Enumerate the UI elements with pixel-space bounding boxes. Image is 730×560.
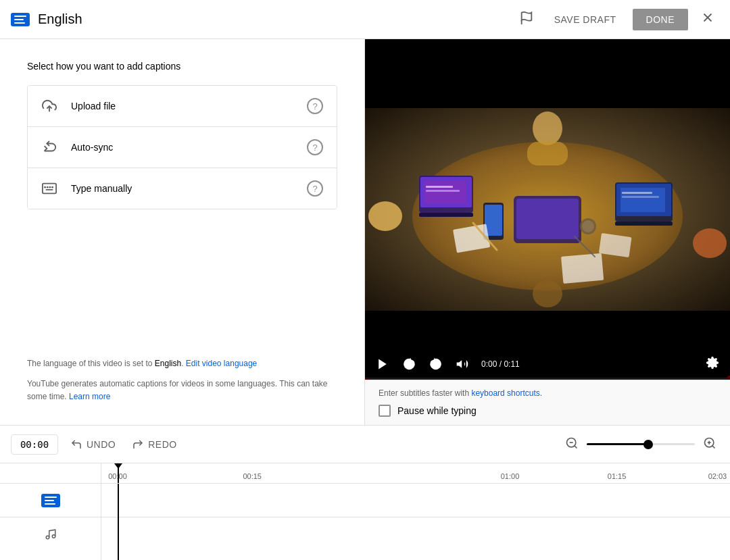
playhead-triangle xyxy=(114,463,122,469)
type-manually-option[interactable]: Type manually ? xyxy=(28,168,337,209)
pause-typing-row: Pause while typing xyxy=(379,405,716,417)
left-panel: Select how you want to add captions Uplo… xyxy=(0,39,365,425)
svg-rect-23 xyxy=(615,222,673,226)
subtitle-track-row[interactable] xyxy=(101,484,730,517)
svg-rect-40 xyxy=(561,253,604,284)
timeline-ruler: 00:00 00:15 01:00 01:15 02:03 xyxy=(101,463,730,484)
ruler-spacer xyxy=(0,463,101,484)
options-list: Upload file ? Auto-sync ? xyxy=(27,85,337,209)
video-scene: 10 10 xyxy=(365,39,730,380)
timeline-area: 00:00 00:15 01:00 01:15 02:03 xyxy=(0,463,730,560)
type-manually-help-icon[interactable]: ? xyxy=(307,180,323,197)
header: English SAVE DRAFT DONE xyxy=(0,0,730,39)
rewind-button[interactable]: 10 xyxy=(399,354,419,374)
close-button[interactable] xyxy=(696,6,719,32)
language-text: The language of this video is set to Eng… xyxy=(27,357,337,370)
playhead-line xyxy=(118,484,119,560)
svg-rect-24 xyxy=(620,188,665,212)
timeline-content: 00:00 00:15 01:00 01:15 02:03 xyxy=(101,463,730,560)
learn-more-link[interactable]: Learn more xyxy=(69,392,110,401)
video-thumbnail xyxy=(365,39,730,380)
svg-rect-19 xyxy=(426,186,453,188)
svg-rect-30 xyxy=(527,142,568,166)
svg-marker-46 xyxy=(457,360,462,368)
video-controls: 10 10 xyxy=(365,348,730,380)
video-container: 10 10 xyxy=(365,39,730,380)
video-settings-button[interactable] xyxy=(703,353,722,374)
timecode-display: 00:00 xyxy=(11,434,58,455)
zoom-slider-thumb xyxy=(643,440,653,449)
music-track-label xyxy=(0,517,101,551)
zoom-out-button[interactable] xyxy=(562,434,581,455)
svg-point-37 xyxy=(582,220,594,232)
svg-line-52 xyxy=(712,446,715,449)
auto-sync-help-icon[interactable]: ? xyxy=(307,139,323,155)
header-left: English xyxy=(11,11,515,27)
upload-file-option[interactable]: Upload file ? xyxy=(28,86,337,127)
svg-rect-2 xyxy=(14,22,25,24)
header-right: SAVE DRAFT DONE xyxy=(515,6,719,32)
page-title: English xyxy=(38,11,82,27)
svg-rect-18 xyxy=(424,181,466,203)
zoom-group xyxy=(562,434,719,455)
play-button[interactable] xyxy=(373,355,392,374)
language-info: The language of this video is set to Eng… xyxy=(27,344,337,403)
redo-button[interactable]: REDO xyxy=(125,434,183,455)
volume-button[interactable] xyxy=(453,355,472,374)
timeline-playhead xyxy=(118,463,119,483)
save-draft-button[interactable]: SAVE DRAFT xyxy=(546,9,625,30)
timeline-marker-4: 02:03 xyxy=(708,472,727,480)
music-track-row[interactable] xyxy=(101,517,730,551)
edit-language-link[interactable]: Edit video language xyxy=(186,359,257,368)
undo-redo-group: UNDO REDO xyxy=(64,434,184,455)
done-button[interactable]: DONE xyxy=(633,9,688,30)
subtitle-track-icon xyxy=(41,494,60,507)
subtitle-track-icon xyxy=(11,13,30,26)
keyboard-hint-text: Enter subtitles faster with xyxy=(379,388,471,398)
svg-point-32 xyxy=(368,201,402,231)
language-prefix: The language of this video is set to xyxy=(27,359,155,368)
auto-sync-icon xyxy=(41,139,57,155)
timeline-marker-2: 01:00 xyxy=(501,472,520,480)
keyboard-shortcuts-link[interactable]: keyboard shortcuts. xyxy=(471,388,542,398)
timeline-track-labels xyxy=(0,463,101,560)
zoom-slider-fill xyxy=(587,443,652,445)
language-value: English xyxy=(155,359,181,368)
svg-point-33 xyxy=(693,228,727,258)
svg-marker-43 xyxy=(379,359,387,369)
keyboard-hint: Enter subtitles faster with keyboard sho… xyxy=(379,388,716,398)
svg-rect-56 xyxy=(45,500,54,501)
auto-caption-text: YouTube generates automatic captions for… xyxy=(27,378,337,403)
forward-button[interactable]: 10 xyxy=(426,354,446,374)
keyboard-icon xyxy=(41,180,57,197)
zoom-in-button[interactable] xyxy=(700,434,719,455)
zoom-slider[interactable] xyxy=(587,443,695,445)
auto-sync-label: Auto-sync xyxy=(71,142,307,153)
svg-point-58 xyxy=(46,536,49,539)
svg-rect-26 xyxy=(622,196,659,198)
section-title: Select how you want to add captions xyxy=(27,61,337,72)
music-icon xyxy=(44,528,57,541)
svg-rect-7 xyxy=(43,184,56,194)
timeline-marker-1: 00:15 xyxy=(243,472,262,480)
pause-while-typing-label: Pause while typing xyxy=(397,405,477,416)
main-content: Select how you want to add captions Uplo… xyxy=(0,39,730,425)
flag-button[interactable] xyxy=(515,7,538,32)
pause-while-typing-checkbox[interactable] xyxy=(379,405,391,417)
upload-help-icon[interactable]: ? xyxy=(307,98,323,114)
svg-point-59 xyxy=(52,535,55,538)
svg-point-31 xyxy=(533,280,562,307)
svg-line-49 xyxy=(575,446,577,449)
svg-rect-20 xyxy=(426,190,460,192)
svg-point-29 xyxy=(533,111,562,145)
svg-rect-39 xyxy=(599,233,632,257)
svg-rect-28 xyxy=(516,199,579,239)
bottom-toolbar: 00:00 UNDO REDO xyxy=(0,425,730,463)
svg-text:10: 10 xyxy=(406,361,412,366)
auto-sync-option[interactable]: Auto-sync ? xyxy=(28,127,337,168)
svg-rect-57 xyxy=(45,503,55,505)
type-manually-label: Type manually xyxy=(71,183,307,194)
undo-button[interactable]: UNDO xyxy=(64,434,122,455)
svg-rect-17 xyxy=(419,213,473,217)
subtitles-section: Enter subtitles faster with keyboard sho… xyxy=(365,380,730,425)
